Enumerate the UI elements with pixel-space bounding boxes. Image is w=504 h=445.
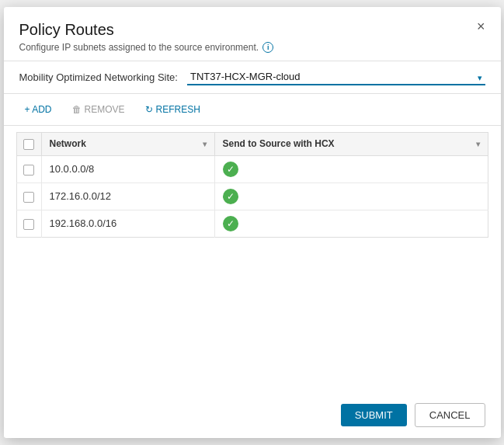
table-container: Network ▾ Send to Source with HCX ▾ 10.0… (4, 132, 501, 392)
site-row: Mobility Optimized Networking Site: TNT3… (4, 61, 501, 94)
dialog-title: Policy Routes (19, 21, 485, 39)
network-filter-icon[interactable]: ▾ (203, 140, 207, 148)
cancel-button[interactable]: CANCEL (415, 403, 485, 427)
header-checkbox-cell (16, 133, 41, 156)
site-select[interactable]: TNT37-HCX-MGR-cloud (187, 69, 485, 85)
row-checkbox[interactable] (23, 192, 34, 203)
send-filter-icon[interactable]: ▾ (476, 140, 480, 148)
site-select-wrapper: TNT37-HCX-MGR-cloud ▾ (187, 69, 485, 85)
network-cell: 10.0.0.0/8 (41, 155, 214, 183)
col-network-header: Network ▾ (41, 133, 214, 156)
green-check-icon: ✓ (223, 162, 238, 177)
row-checkbox-cell (16, 183, 41, 210)
send-cell: ✓ (214, 183, 488, 210)
row-checkbox-cell (16, 155, 41, 183)
dialog-header: Policy Routes Configure IP subnets assig… (4, 7, 501, 61)
close-button[interactable]: × (474, 18, 488, 35)
send-cell: ✓ (214, 155, 488, 183)
refresh-button[interactable]: ↻ REFRESH (137, 100, 209, 119)
dialog-subtitle: Configure IP subnets assigned to the sou… (19, 42, 485, 53)
site-label: Mobility Optimized Networking Site: (19, 71, 178, 83)
green-check-icon: ✓ (223, 189, 238, 204)
table-row: 10.0.0.0/8✓ (16, 155, 488, 183)
refresh-label: REFRESH (156, 104, 200, 115)
submit-button[interactable]: SUBMIT (341, 404, 407, 426)
green-check-icon: ✓ (223, 216, 238, 231)
trash-icon: 🗑 (72, 104, 82, 115)
table-row: 192.168.0.0/16✓ (16, 210, 488, 237)
col-send-header: Send to Source with HCX ▾ (214, 133, 488, 156)
table-header-row: Network ▾ Send to Source with HCX ▾ (16, 133, 488, 156)
network-cell: 172.16.0.0/12 (41, 183, 214, 210)
send-cell: ✓ (214, 210, 488, 237)
remove-label: REMOVE (85, 104, 125, 115)
info-icon[interactable]: i (262, 42, 273, 53)
add-label: + ADD (25, 104, 52, 115)
add-button[interactable]: + ADD (16, 100, 61, 119)
policy-routes-dialog: Policy Routes Configure IP subnets assig… (4, 7, 501, 438)
row-checkbox-cell (16, 210, 41, 237)
dialog-footer: SUBMIT CANCEL (4, 392, 501, 438)
remove-button[interactable]: 🗑 REMOVE (64, 100, 134, 119)
subtitle-text: Configure IP subnets assigned to the sou… (19, 42, 259, 53)
toolbar: + ADD 🗑 REMOVE ↻ REFRESH (4, 94, 501, 126)
network-cell: 192.168.0.0/16 (41, 210, 214, 237)
row-checkbox[interactable] (23, 219, 34, 230)
routes-table: Network ▾ Send to Source with HCX ▾ 10.0… (16, 132, 488, 238)
row-checkbox[interactable] (23, 165, 34, 176)
refresh-icon: ↻ (145, 104, 153, 115)
table-row: 172.16.0.0/12✓ (16, 183, 488, 210)
header-checkbox[interactable] (23, 139, 34, 150)
table-body: 10.0.0.0/8✓172.16.0.0/12✓192.168.0.0/16✓ (16, 155, 488, 237)
